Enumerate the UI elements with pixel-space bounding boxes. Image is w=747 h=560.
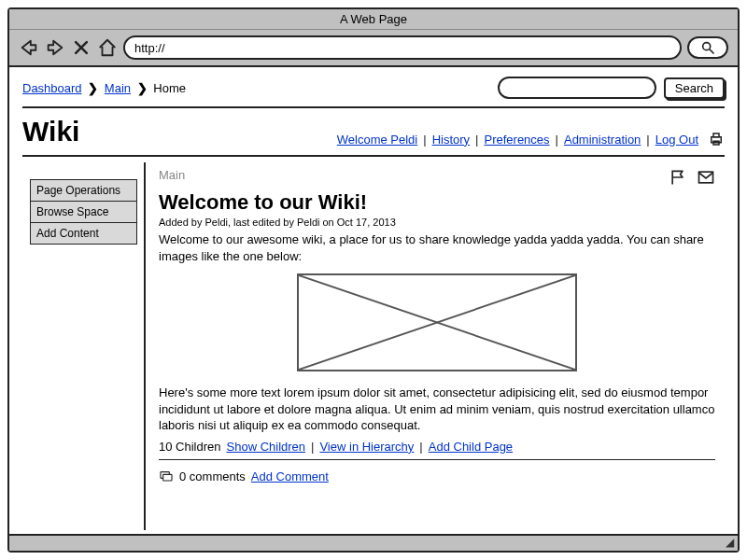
page-title: Welcome to our Wiki! (159, 190, 715, 215)
page-more-text: Here's some more text lorem ipsum dolor … (159, 385, 715, 434)
image-placeholder (297, 273, 577, 371)
breadcrumb-dashboard[interactable]: Dashboard (22, 81, 82, 95)
status-bar: ◢ (9, 534, 738, 551)
divider (159, 459, 715, 460)
chevron-right-icon: ❯ (137, 81, 148, 95)
nav-administration[interactable]: Administration (564, 133, 641, 147)
divider (22, 106, 725, 108)
nav-history[interactable]: History (432, 133, 470, 147)
breadcrumb-current: Home (153, 81, 186, 95)
show-children-link[interactable]: Show Children (227, 440, 306, 454)
sidebar: Page Operations Browse Space Add Content (22, 162, 134, 530)
page-crumb: Main (159, 168, 185, 182)
browser-window: A Web Page Dashboard ❯ Main ❯ Home (7, 7, 740, 553)
site-title: Wiki (22, 116, 79, 147)
sidebar-add-content[interactable]: Add Content (30, 223, 137, 245)
add-child-page-link[interactable]: Add Child Page (429, 440, 513, 454)
breadcrumb-main[interactable]: Main (105, 81, 131, 95)
comments-icon (159, 469, 174, 484)
add-comment-link[interactable]: Add Comment (251, 469, 329, 483)
print-icon[interactable] (708, 131, 725, 147)
divider (22, 155, 725, 157)
svg-rect-9 (163, 474, 172, 481)
comments-count: 0 comments (179, 469, 246, 483)
main-panel: Main Welcome to our Wiki! Added by Peldi… (144, 162, 725, 530)
browser-toolbar (9, 30, 738, 67)
chevron-right-icon: ❯ (88, 81, 98, 95)
sidebar-browse-space[interactable]: Browse Space (30, 202, 137, 223)
view-hierarchy-link[interactable]: View in Hierarchy (319, 440, 414, 454)
svg-rect-3 (713, 133, 719, 137)
stop-icon[interactable] (71, 37, 92, 58)
page-byline: Added by Peldi, last edited by Peldi on … (159, 217, 715, 228)
window-title: A Web Page (9, 9, 738, 30)
nav-preferences[interactable]: Preferences (484, 133, 549, 147)
home-icon[interactable] (97, 37, 118, 58)
back-icon[interactable] (19, 37, 39, 58)
forward-icon[interactable] (45, 37, 65, 58)
search-input[interactable] (498, 77, 656, 99)
url-input[interactable] (123, 35, 682, 60)
nav-welcome[interactable]: Welcome Peldi (337, 133, 417, 147)
page-intro: Welcome to our awesome wiki, a place for… (159, 231, 715, 264)
search-button[interactable]: Search (664, 77, 725, 99)
nav-logout[interactable]: Log Out (655, 133, 698, 147)
resize-grip-icon[interactable]: ◢ (726, 536, 734, 549)
breadcrumb: Dashboard ❯ Main ❯ Home (22, 81, 186, 95)
page-content: Dashboard ❯ Main ❯ Home Search Wiki W (9, 67, 738, 534)
flag-icon[interactable] (669, 168, 687, 187)
top-nav: Welcome Peldi | History | Preferences | … (337, 131, 725, 147)
sidebar-page-operations[interactable]: Page Operations (30, 179, 137, 202)
mail-icon[interactable] (697, 168, 715, 187)
browser-search-button[interactable] (687, 36, 728, 59)
children-count: 10 Children (159, 440, 221, 454)
